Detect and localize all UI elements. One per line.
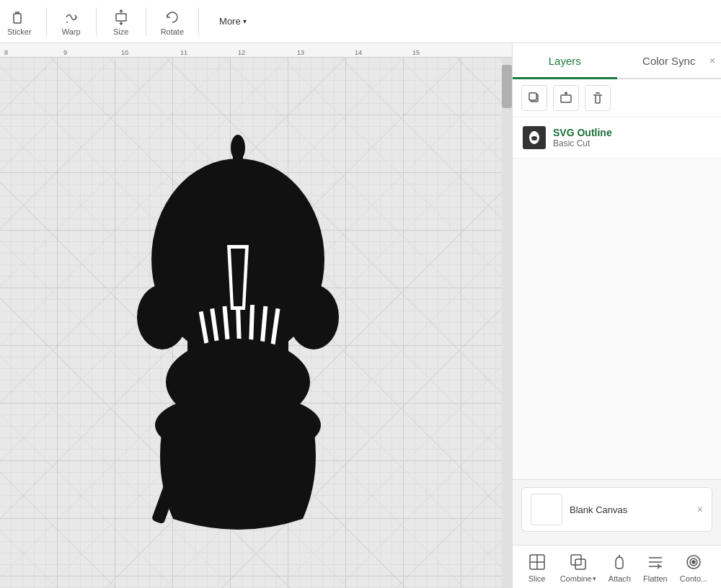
attach-icon	[609, 551, 630, 573]
canvas-thumbnail	[531, 494, 562, 525]
rotate-tool[interactable]: Rotate	[161, 7, 184, 36]
warp-icon	[61, 7, 81, 27]
duplicate-layer-button[interactable]	[521, 85, 547, 111]
layer-actions	[513, 79, 721, 117]
svg-rect-31	[209, 396, 267, 412]
panel-close-icon[interactable]: ×	[709, 55, 715, 66]
bottom-toolbar: Slice Combine ▾	[513, 545, 721, 588]
ruler-15: 15	[412, 49, 420, 56]
svg-point-50	[692, 561, 695, 564]
ruler-9: 9	[63, 49, 67, 56]
separator2	[96, 7, 97, 36]
top-toolbar: Sticker Warp Size	[0, 0, 721, 43]
svg-rect-30	[220, 425, 256, 497]
add-layer-button[interactable]	[553, 85, 579, 111]
separator4	[198, 7, 199, 36]
warp-tool[interactable]: Warp	[61, 7, 81, 36]
ruler-12: 12	[238, 49, 245, 56]
combine-icon	[567, 551, 589, 573]
size-tool[interactable]: Size	[111, 7, 131, 36]
panel-spacer	[513, 159, 721, 479]
knight-image[interactable]	[108, 115, 368, 543]
ruler-top: 8 9 10 11 12 13 14 15	[0, 43, 512, 58]
svg-point-27	[288, 285, 339, 349]
panel-tabs: Layers Color Sync ×	[513, 43, 721, 79]
svg-rect-34	[561, 95, 571, 102]
size-icon	[111, 7, 131, 27]
combine-label: Combine	[560, 574, 592, 583]
scrollbar-thumb[interactable]	[502, 65, 512, 108]
svg-point-38	[531, 136, 537, 141]
layer-info: SVG Outline Basic Cut	[553, 127, 711, 148]
more-label: More	[219, 16, 241, 27]
layer-item[interactable]: SVG Outline Basic Cut	[513, 117, 721, 159]
flatten-icon	[645, 551, 666, 573]
ruler-11: 11	[180, 49, 187, 56]
flatten-label: Flatten	[643, 574, 668, 583]
attach-tool[interactable]: Attach	[609, 551, 631, 583]
chevron-down-icon: ▾	[243, 17, 247, 25]
slice-tool[interactable]: Slice	[526, 551, 548, 583]
warp-label: Warp	[62, 27, 81, 36]
svg-rect-0	[14, 14, 21, 23]
layer-name: SVG Outline	[553, 127, 711, 138]
tab-layers[interactable]: Layers	[513, 43, 617, 79]
rotate-label: Rotate	[161, 27, 184, 36]
size-label: Size	[113, 27, 128, 36]
canvas-label-text: Blank Canvas	[570, 504, 627, 515]
separator	[46, 7, 47, 36]
contour-label: Conto...	[680, 574, 708, 583]
sticker-label: Sticker	[7, 27, 32, 36]
flatten-tool[interactable]: Flatten	[643, 551, 668, 583]
ruler-8: 8	[4, 49, 8, 56]
right-panel: Layers Color Sync ×	[512, 43, 721, 588]
delete-layer-button[interactable]	[585, 85, 611, 111]
svg-rect-6	[116, 14, 126, 21]
contour-icon	[683, 551, 704, 573]
slice-label: Slice	[528, 574, 546, 583]
svg-rect-37	[533, 131, 536, 137]
ruler-10: 10	[121, 49, 128, 56]
layer-type: Basic Cut	[553, 138, 711, 148]
tab-color-sync[interactable]: Color Sync	[617, 43, 722, 79]
sticker-tool[interactable]: Sticker	[7, 7, 32, 36]
slice-icon	[526, 551, 548, 573]
ruler-numbers: 8 9 10 11 12 13 14 15	[0, 43, 502, 58]
canvas-area[interactable]: 8 9 10 11 12 13 14 15	[0, 43, 512, 588]
combine-tool[interactable]: Combine ▾	[560, 551, 596, 583]
ruler-14: 14	[355, 49, 362, 56]
svg-rect-33	[529, 93, 536, 100]
rotate-icon	[162, 7, 182, 27]
main-area: 8 9 10 11 12 13 14 15	[0, 43, 721, 588]
attach-label: Attach	[609, 574, 631, 583]
canvas-close-icon[interactable]: ×	[697, 504, 703, 515]
svg-point-26	[137, 285, 187, 349]
svg-point-22	[231, 135, 245, 161]
more-button[interactable]: More ▾	[213, 13, 252, 30]
ruler-13: 13	[297, 49, 304, 56]
separator3	[146, 7, 146, 36]
combine-label-group: Combine ▾	[560, 574, 596, 583]
scrollbar-right[interactable]	[502, 58, 512, 588]
combine-chevron-icon: ▾	[593, 575, 596, 582]
sticker-icon	[9, 7, 30, 27]
contour-tool[interactable]: Conto...	[680, 551, 708, 583]
canvas-label-box[interactable]: Blank Canvas ×	[521, 487, 712, 532]
layer-thumbnail	[523, 126, 546, 149]
